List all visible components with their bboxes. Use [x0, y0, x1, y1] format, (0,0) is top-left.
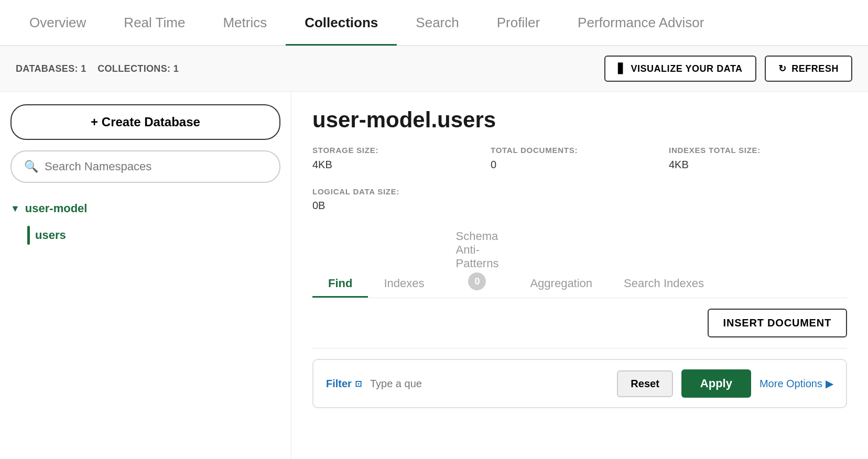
database-item[interactable]: ▼ user-model [10, 198, 280, 220]
bar-chart-icon: ▋ [618, 63, 626, 74]
stats-col-mid: TOTAL DOCUMENTS: 0 [491, 145, 669, 212]
external-link-icon: ⊡ [355, 379, 362, 389]
filter-input[interactable] [370, 378, 609, 390]
schema-tab-label: SchemaAnti-Patterns [456, 230, 499, 270]
tab-realtime[interactable]: Real Time [105, 0, 204, 46]
content-area: user-model.users STORAGE SIZE: 4KB LOGIC… [291, 92, 868, 459]
collections-label: COLLECTIONS: [97, 63, 170, 74]
chevron-down-icon: ▼ [10, 203, 20, 214]
tab-schema-anti-patterns[interactable]: SchemaAnti-Patterns 0 [440, 222, 515, 298]
chevron-right-icon: ▶ [826, 377, 833, 390]
database-tree: ▼ user-model users [10, 198, 280, 248]
databases-count: 1 [81, 63, 86, 74]
total-docs-value: 0 [491, 159, 669, 171]
refresh-icon: ↻ [778, 63, 787, 74]
create-database-button[interactable]: + Create Database [10, 104, 280, 140]
tab-metrics[interactable]: Metrics [204, 0, 286, 46]
search-icon: 🔍 [24, 160, 38, 173]
filter-bar: Filter ⊡ Reset Apply More Options ▶ [312, 359, 847, 408]
more-options-button[interactable]: More Options ▶ [760, 377, 833, 390]
visualize-data-button[interactable]: ▋ VISUALIZE YOUR DATA [604, 56, 756, 82]
header-counts: DATABASES: 1 COLLECTIONS: 1 [16, 63, 179, 74]
collections-count: 1 [173, 63, 179, 74]
logical-data-label: LOGICAL DATA SIZE: [312, 187, 491, 197]
search-namespaces-box: 🔍 [10, 150, 280, 183]
reset-button[interactable]: Reset [617, 370, 672, 397]
tab-search-indexes[interactable]: Search Indexes [608, 269, 720, 298]
tab-performance-advisor[interactable]: Performance Advisor [559, 0, 723, 46]
insert-document-area: INSERT DOCUMENT [312, 298, 847, 348]
indexes-total-label: INDEXES TOTAL SIZE: [669, 145, 847, 156]
database-name: user-model [25, 202, 88, 215]
top-nav: Overview Real Time Metrics Collections S… [0, 0, 868, 46]
header-bar: DATABASES: 1 COLLECTIONS: 1 ▋ VISUALIZE … [0, 46, 868, 92]
anti-patterns-badge: 0 [468, 272, 486, 290]
stats-section: STORAGE SIZE: 4KB LOGICAL DATA SIZE: 0B … [312, 145, 847, 212]
refresh-btn-label: REFRESH [791, 63, 839, 74]
stats-col-left: STORAGE SIZE: 4KB LOGICAL DATA SIZE: 0B [312, 145, 491, 212]
header-actions: ▋ VISUALIZE YOUR DATA ↻ REFRESH [604, 56, 852, 82]
collection-list: users [10, 223, 280, 248]
visualize-btn-label: VISUALIZE YOUR DATA [631, 63, 742, 74]
collection-title: user-model.users [312, 107, 847, 133]
refresh-button[interactable]: ↻ REFRESH [765, 56, 852, 82]
total-docs-label: TOTAL DOCUMENTS: [491, 145, 669, 156]
more-options-label: More Options [760, 378, 822, 390]
filter-label[interactable]: Filter ⊡ [326, 378, 362, 390]
insert-document-button[interactable]: INSERT DOCUMENT [708, 309, 847, 337]
tab-indexes[interactable]: Indexes [368, 269, 440, 298]
apply-button[interactable]: Apply [681, 369, 751, 398]
indexes-total-value: 4KB [669, 159, 847, 171]
content-tabs: Find Indexes SchemaAnti-Patterns 0 Aggre… [312, 222, 847, 298]
storage-size-label: STORAGE SIZE: [312, 145, 491, 156]
tab-aggregation[interactable]: Aggregation [514, 269, 608, 298]
stats-col-right: INDEXES TOTAL SIZE: 4KB [669, 145, 847, 212]
tab-profiler[interactable]: Profiler [478, 0, 559, 46]
search-namespaces-input[interactable] [45, 160, 267, 173]
main-layout: + Create Database 🔍 ▼ user-model users u… [0, 92, 868, 459]
sidebar: + Create Database 🔍 ▼ user-model users [0, 92, 291, 459]
collection-item-users[interactable]: users [27, 223, 280, 248]
tab-find[interactable]: Find [312, 269, 368, 298]
tab-collections[interactable]: Collections [286, 0, 397, 46]
databases-label: DATABASES: [16, 63, 78, 74]
collection-name: users [35, 228, 66, 242]
tab-search[interactable]: Search [397, 0, 478, 46]
collection-indicator [27, 226, 30, 245]
tab-overview[interactable]: Overview [10, 0, 105, 46]
logical-data-value: 0B [312, 200, 491, 212]
filter-label-text: Filter [326, 378, 352, 390]
storage-size-value: 4KB [312, 159, 491, 171]
